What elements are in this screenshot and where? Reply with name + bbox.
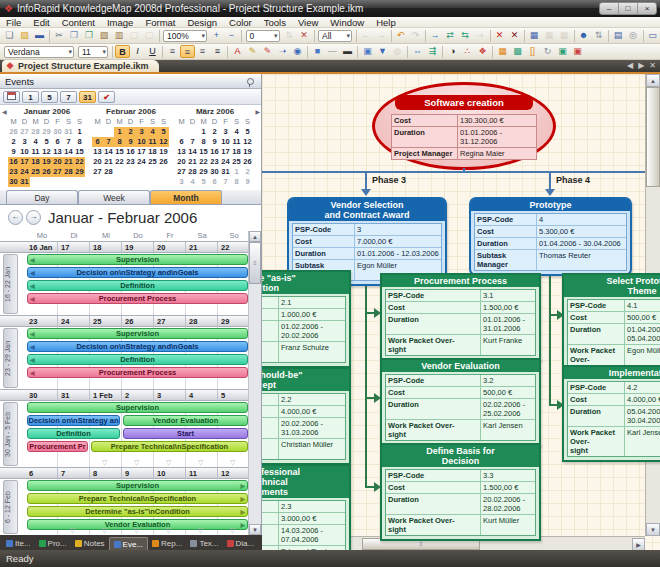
expand-level-icon[interactable]: ⇅ xyxy=(282,29,297,42)
event-bar[interactable]: Decision on\nStrategy an xyxy=(27,415,120,426)
effects-icon[interactable]: ◍ xyxy=(390,45,405,58)
undo-icon[interactable]: ↶ xyxy=(393,29,408,42)
filter-combo[interactable]: All xyxy=(318,30,352,42)
calendar-day[interactable]: 7 xyxy=(103,137,114,147)
calendar-day[interactable]: 8 xyxy=(114,137,125,147)
contacts-icon[interactable]: ☻ xyxy=(576,29,591,42)
date-cell[interactable]: 16 Jan xyxy=(26,242,58,253)
menu-tools[interactable]: Tools xyxy=(258,17,292,28)
calendar-day[interactable]: 21 xyxy=(103,157,114,167)
clear-icon[interactable]: ▢ xyxy=(127,29,142,42)
scheduler-scroll-thumb[interactable]: ≡ xyxy=(249,242,261,284)
calendar-day[interactable]: 3 xyxy=(176,177,187,187)
calendar-day[interactable]: 2 xyxy=(242,167,253,177)
date-cell[interactable]: 6 xyxy=(26,468,58,479)
event-bar[interactable]: ◀Definition xyxy=(27,280,248,291)
map-node[interactable]: Define Basis for DecisionPSP-Code3.3Cost… xyxy=(380,443,541,541)
scroll-right-button[interactable]: ▶ xyxy=(632,538,645,550)
calendar-day[interactable]: 1 xyxy=(198,127,209,137)
calendar-day[interactable]: 26 xyxy=(8,127,19,137)
map-node[interactable]: Determine "as-is" ConditionPSP-Code2.1Co… xyxy=(262,270,351,368)
panel-tab-eve[interactable]: Eve... xyxy=(109,537,148,550)
map-node[interactable]: Define Professional and Technical Requir… xyxy=(262,464,351,550)
date-cell[interactable]: 8 xyxy=(90,468,122,479)
calendar-day[interactable]: 25 xyxy=(147,157,158,167)
italic-icon[interactable]: I xyxy=(130,45,145,58)
calendar-day[interactable]: 11 xyxy=(147,137,158,147)
calendar-day[interactable]: 25 xyxy=(231,157,242,167)
calendar-day[interactable]: 9 xyxy=(242,177,253,187)
date-cell[interactable]: 23 xyxy=(26,316,58,327)
calendar-day[interactable]: 6 xyxy=(52,137,63,147)
event-bar[interactable]: Prepare Technical\nSpecification▶ xyxy=(27,493,248,504)
minimize-button[interactable]: – xyxy=(600,3,619,14)
tree-layout-icon[interactable]: ⇶ xyxy=(425,45,440,58)
panel-tab-ite[interactable]: Ite... xyxy=(2,537,35,550)
calendar-day[interactable]: 5 xyxy=(242,127,253,137)
group-icon[interactable]: ▣ xyxy=(555,45,570,58)
scroll-down-button[interactable]: ▼ xyxy=(646,523,660,536)
bold-icon[interactable]: B xyxy=(115,45,130,58)
calendar-day[interactable]: 19 xyxy=(41,157,52,167)
expand-indicator-icon[interactable]: ▽ xyxy=(166,527,171,535)
expand-indicator-icon[interactable]: ▽ xyxy=(70,527,75,535)
event-bar[interactable]: ◀Decision on\nStrategy and\nGoals xyxy=(27,267,248,278)
calendar-day[interactable]: 19 xyxy=(242,147,253,157)
calendar-day[interactable]: 4 xyxy=(30,137,41,147)
date-cell[interactable]: 5 xyxy=(218,390,250,401)
event-bar[interactable]: Supervision▶ xyxy=(27,480,248,491)
menu-edit[interactable]: Edit xyxy=(27,17,55,28)
align-center-icon[interactable]: ≡ xyxy=(180,45,195,58)
calendar-day[interactable]: 18 xyxy=(30,157,41,167)
map-node[interactable]: Procurement ProcessPSP-Code3.1Cost1.500,… xyxy=(380,273,541,361)
next-month-icon[interactable]: ▶ xyxy=(255,108,260,115)
scroll-up-button[interactable]: ▲ xyxy=(249,231,261,242)
date-cell[interactable]: 26 xyxy=(122,316,154,327)
calendar-day[interactable]: 20 xyxy=(52,157,63,167)
paste-special-icon[interactable]: ▥ xyxy=(112,29,127,42)
expand-indicator-icon[interactable]: ▽ xyxy=(198,459,203,467)
calendar-day[interactable]: 9 xyxy=(209,137,220,147)
calendar-day[interactable]: 10 xyxy=(220,137,231,147)
view-1-day-button[interactable]: 1 xyxy=(22,91,39,103)
calendar-day[interactable]: 16 xyxy=(125,147,136,157)
node-fill-icon[interactable]: ■ xyxy=(310,45,325,58)
calendar-day[interactable]: 17 xyxy=(19,157,30,167)
calendar-day[interactable]: 23 xyxy=(8,167,19,177)
scatter-icon[interactable]: ∴ xyxy=(460,45,475,58)
calendar-day[interactable]: 15 xyxy=(198,147,209,157)
calendar-day[interactable]: 1 xyxy=(74,127,85,137)
calendar-day[interactable]: 3 xyxy=(220,127,231,137)
expand-indicator-icon[interactable]: ▽ xyxy=(134,527,139,535)
menu-content[interactable]: Content xyxy=(56,17,101,28)
menu-window[interactable]: Window xyxy=(324,17,370,28)
calendar-day[interactable]: 7 xyxy=(63,137,74,147)
print-preview-icon[interactable]: ◎ xyxy=(626,29,641,42)
font-color-icon[interactable]: A xyxy=(230,45,245,58)
expand-indicator-icon[interactable]: ▽ xyxy=(198,527,203,535)
panel-tab-notes[interactable]: Notes xyxy=(71,537,109,550)
date-cell[interactable]: 22 xyxy=(218,242,250,253)
nav-forward-icon[interactable]: → xyxy=(374,29,389,42)
calendar-day[interactable]: 30 xyxy=(209,167,220,177)
scroll-up-button[interactable]: ▲ xyxy=(646,74,660,87)
line-width-icon[interactable]: ▬ xyxy=(340,45,355,58)
calendar-day[interactable]: 4 xyxy=(231,127,242,137)
menu-format[interactable]: Format xyxy=(139,17,181,28)
delete-item-icon[interactable]: ✕ xyxy=(492,29,507,42)
cut-icon[interactable]: ✂ xyxy=(52,29,67,42)
calendar-day[interactable]: 26 xyxy=(242,157,253,167)
previous-range-button[interactable]: ← xyxy=(8,210,23,225)
calendar-day[interactable]: 12 xyxy=(242,137,253,147)
calendar-day[interactable]: 18 xyxy=(231,147,242,157)
level-combo[interactable]: 0 xyxy=(246,30,280,42)
calendar-day[interactable]: 5 xyxy=(158,127,169,137)
collapse-red-icon[interactable]: ✕ xyxy=(297,29,312,42)
calendar-day[interactable]: 8 xyxy=(231,177,242,187)
arrow-style-icon[interactable]: ➝ xyxy=(275,45,290,58)
view-5-days-button[interactable]: 5 xyxy=(41,91,58,103)
expand-indicator-icon[interactable]: ▽ xyxy=(230,459,235,467)
calendar-day[interactable]: 24 xyxy=(136,157,147,167)
window-3-icon[interactable]: ▦ xyxy=(557,29,572,42)
align-left-icon[interactable]: ≡ xyxy=(165,45,180,58)
